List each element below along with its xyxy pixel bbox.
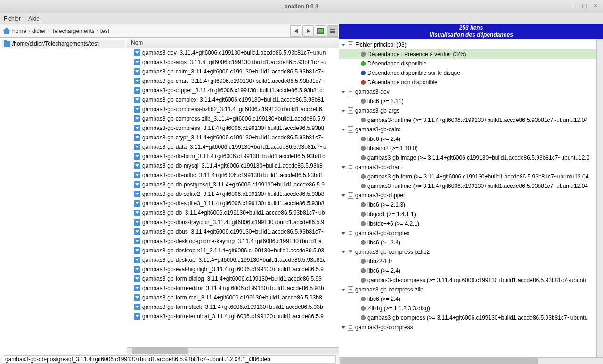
tree-dependency-node[interactable]: libgcc1 (>= 1:4.1.1)	[339, 210, 596, 219]
file-row[interactable]: gambas3-gb-desktop_3.11.4+git6006.c19913…	[127, 255, 339, 265]
file-row[interactable]: gambas3-gb-data_3.11.4+git6006.c199130+b…	[127, 142, 339, 152]
file-row[interactable]: gambas3-gb-desktop-gnome-keyring_3.11.4+…	[127, 236, 339, 246]
file-row[interactable]: gambas3-gb-form-mdi_3.11.4+git6006.c1991…	[127, 293, 339, 302]
file-row[interactable]: gambas3-gb-cairo_3.11.4+git6006.c199130+…	[127, 67, 339, 76]
breadcrumb-segment[interactable]: home	[12, 28, 26, 34]
file-row[interactable]: gambas3-gb-form-dialog_3.11.4+git6006.c1…	[127, 274, 339, 283]
tree-dependency-node[interactable]: Dépendance disponible	[339, 59, 596, 68]
file-row[interactable]: gambas3-gb-compress-bzlib2_3.11.4+git600…	[127, 105, 339, 114]
tree-dependency-node[interactable]: gambas3-gb-form (>= 3.11.4+git6006.c1991…	[339, 172, 596, 181]
folder-icon	[4, 41, 10, 47]
tree-package-node[interactable]: gambas3-gb-compress-zlib	[339, 285, 596, 294]
file-row[interactable]: gambas3-gb-compress-zlib_3.11.4+git6006.…	[127, 114, 339, 123]
file-name: gambas3-dev_3.11.4+git6006.c199130+build…	[142, 49, 326, 56]
file-row[interactable]: gambas3-gb-form-stock_3.11.4+git6006.c19…	[127, 302, 339, 312]
tree-dependency-node[interactable]: Dépendance disponible sur le disque	[339, 68, 596, 78]
breadcrumb-segment[interactable]: didier	[32, 28, 46, 34]
tree-expand-icon[interactable]	[341, 287, 346, 292]
file-row[interactable]: gambas3-gb-args_3.11.4+git6006.c199130+b…	[127, 57, 339, 67]
file-row[interactable]: gambas3-gb-db-postgresql_3.11.4+git6006.…	[127, 180, 339, 189]
file-row[interactable]: gambas3-gb-chart_3.11.4+git6006.c199130+…	[127, 76, 339, 86]
file-name: gambas3-gb-crypt_3.11.4+git6006.c199130+…	[142, 134, 325, 141]
horizontal-scrollbar[interactable]	[127, 347, 339, 354]
tree-package-node[interactable]: gambas3-gb-compress	[339, 323, 596, 332]
tree-dependency-node[interactable]: libc6 (>= 2.4)	[339, 294, 596, 304]
dependency-tree[interactable]: Fichier principal (93)Dépendance : Prése…	[339, 39, 596, 357]
file-row[interactable]: gambas3-gb-complex_3.11.4+git6006.c19913…	[127, 95, 339, 105]
maximize-icon[interactable]: ▢	[580, 2, 588, 9]
file-row[interactable]: gambas3-gb-db-sqlite2_3.11.4+git6006.c19…	[127, 189, 339, 199]
vertical-scrollbar[interactable]	[596, 39, 603, 357]
menu-file[interactable]: Fichier	[4, 16, 21, 22]
file-row[interactable]: gambas3-gb-form-editor_3.11.4+git6006.c1…	[127, 283, 339, 293]
tree-dependency-node[interactable]: gambas3-runtime (>= 3.11.4+git6006.c1991…	[339, 115, 596, 125]
file-name: gambas3-gb-compress-bzlib2_3.11.4+git600…	[142, 106, 324, 113]
package-icon	[134, 59, 140, 65]
home-icon[interactable]	[3, 28, 10, 34]
tree-dependency-node[interactable]: libc6 (>= 2.4)	[339, 134, 596, 144]
status-dot-gray-icon	[361, 240, 366, 245]
tree-expand-icon[interactable]	[341, 250, 346, 254]
breadcrumb-segment[interactable]: test	[100, 28, 109, 34]
tree-dependency-node[interactable]: libc6 (>= 2.1.3)	[339, 200, 596, 210]
file-row[interactable]: gambas3-gb-crypt_3.11.4+git6006.c199130+…	[127, 133, 339, 142]
file-row[interactable]: gambas3-gb-desktop-x11_3.11.4+git6006.c1…	[127, 246, 339, 255]
tree-dependency-node[interactable]: gambas3-gb-compress (>= 3.11.4+git6006.c…	[339, 313, 596, 323]
tree-package-node[interactable]: gambas3-dev	[339, 87, 596, 97]
nav-forward-button[interactable]	[302, 25, 314, 37]
tree-dependency-node[interactable]: libstdc++6 (>= 4.2.1)	[339, 219, 596, 228]
file-row[interactable]: gambas3-gb-eval-highlight_3.11.4+git6006…	[127, 265, 339, 274]
directory-item[interactable]: /home/didier/Telechargements/test	[2, 40, 125, 48]
tree-dependency-node[interactable]: Dépendance non disponible	[339, 78, 596, 87]
view-icons-button[interactable]	[315, 25, 326, 37]
file-row[interactable]: gambas3-dev_3.11.4+git6006.c199130+build…	[127, 48, 339, 57]
file-row[interactable]: gambas3-gb-clipper_3.11.4+git6006.c19913…	[127, 86, 339, 95]
tree-expand-icon[interactable]	[341, 127, 346, 132]
file-row[interactable]: gambas3-gb-dbus-trayicon_3.11.4+git6006.…	[127, 218, 339, 227]
horizontal-scrollbar[interactable]	[339, 357, 603, 364]
tree-dependency-node[interactable]: libcairo2 (>= 1.10.0)	[339, 144, 596, 153]
tree-expand-icon[interactable]	[341, 231, 346, 235]
column-header-name[interactable]: Nom	[127, 38, 339, 48]
tree-dependency-node[interactable]: libc6 (>= 2.11)	[339, 97, 596, 106]
tree-package-node[interactable]: gambas3-gb-complex	[339, 228, 596, 238]
file-list[interactable]: gambas3-dev_3.11.4+git6006.c199130+build…	[127, 48, 339, 347]
breadcrumb-segment[interactable]: Telechargements	[51, 28, 94, 34]
tree-dependency-node[interactable]: libc6 (>= 2.4)	[339, 266, 596, 275]
tree-package-node[interactable]: gambas3-gb-compress-bzlib2	[339, 247, 596, 257]
file-row[interactable]: gambas3-gb-db-odbc_3.11.4+git6006.c19913…	[127, 170, 339, 180]
tree-package-node[interactable]: gambas3-gb-args	[339, 106, 596, 115]
tree-dependency-node[interactable]: gambas3-runtime (>= 3.11.4+git6006.c1991…	[339, 181, 596, 191]
file-row[interactable]: gambas3-gb-db-form_3.11.4+git6006.c19913…	[127, 152, 339, 161]
minimize-icon[interactable]: —	[569, 2, 577, 9]
tree-expand-icon[interactable]	[341, 193, 346, 198]
file-row[interactable]: gambas3-gb-compress_3.11.4+git6006.c1991…	[127, 123, 339, 133]
tree-dependency-node[interactable]: libbz2-1.0	[339, 257, 596, 266]
package-icon	[134, 304, 140, 310]
tree-dependency-node[interactable]: Dépendance : Présence à vérifier (345)	[339, 49, 596, 59]
view-details-button[interactable]	[327, 25, 338, 37]
tree-dependency-node[interactable]: libc6 (>= 2.4)	[339, 238, 596, 247]
tree-expand-icon[interactable]	[341, 165, 346, 170]
tree-expand-icon[interactable]	[341, 325, 346, 330]
file-row[interactable]: gambas3-gb-form-terminal_3.11.4+git6006.…	[127, 312, 339, 321]
tree-expand-icon[interactable]	[341, 42, 346, 47]
tree-dependency-node[interactable]: zlib1g (>= 1:1.2.3.3.dfsg)	[339, 304, 596, 313]
tree-package-node[interactable]: gambas3-gb-clipper	[339, 191, 596, 200]
tree-dependency-node[interactable]: gambas3-gb-image (>= 3.11.4+git6006.c199…	[339, 153, 596, 162]
file-row[interactable]: gambas3-gb-dbus_3.11.4+git6006.c199130+b…	[127, 227, 339, 236]
file-row[interactable]: gambas3-gb-db-mysql_3.11.4+git6006.c1991…	[127, 161, 339, 170]
menu-help[interactable]: Aide	[28, 16, 40, 22]
nav-back-button[interactable]	[290, 25, 302, 37]
file-row[interactable]: gambas3-gb-db-sqlite3_3.11.4+git6006.c19…	[127, 199, 339, 208]
tree-package-node[interactable]: gambas3-gb-cairo	[339, 125, 596, 134]
tree-dependency-node[interactable]: gambas3-gb-compress (>= 3.11.4+git6006.c…	[339, 275, 596, 285]
close-icon[interactable]: ✕	[592, 2, 599, 9]
tree-package-node[interactable]: Fichier principal (93)	[339, 40, 596, 49]
tree-package-node[interactable]: gambas3-gb-chart	[339, 162, 596, 172]
file-row[interactable]: gambas3-gb-db_3.11.4+git6006.c199130+bui…	[127, 208, 339, 218]
document-icon	[348, 230, 353, 236]
file-name: gambas3-gb-db-postgresql_3.11.4+git6006.…	[142, 181, 325, 188]
tree-expand-icon[interactable]	[341, 108, 346, 113]
tree-expand-icon[interactable]	[341, 89, 346, 94]
